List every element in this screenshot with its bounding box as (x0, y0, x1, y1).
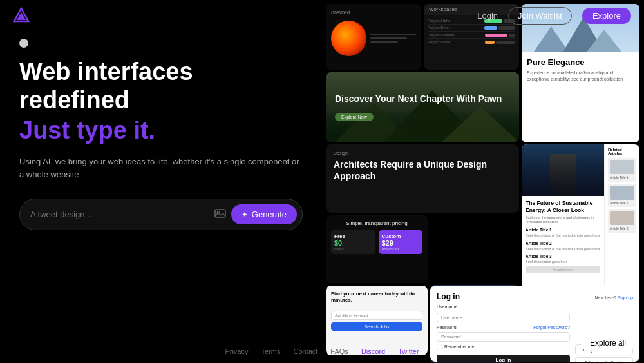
twitter-link[interactable]: Twitter (398, 348, 419, 355)
password-input[interactable] (437, 332, 570, 342)
password-label: Password (437, 325, 457, 329)
sustainable-ad: Advertisement (526, 266, 600, 273)
career-search-btn[interactable]: Search Jobs (331, 322, 422, 331)
generate-button[interactable]: ✦ Generate (231, 204, 297, 224)
hero-dot (19, 39, 28, 48)
forgot-password-link[interactable]: Forgot Password? (533, 325, 570, 329)
sustainable-subtitle: Exploring the innovations and challenges… (526, 215, 600, 224)
plan-free-label: Free (334, 233, 372, 239)
preview-panel: brewed Workspaces — Project Alpha (322, 0, 644, 363)
username-input[interactable] (437, 313, 570, 322)
footer: Privacy Terms Contact FAQs Discord Twitt… (225, 348, 419, 355)
logo (13, 7, 30, 24)
google-login-btn[interactable]: G Log in with Google (575, 357, 633, 362)
hero-section: Web interfaces redefined Just type it. U… (19, 39, 303, 230)
search-input[interactable] (30, 210, 209, 219)
hero-subtitle: Just type it. (19, 117, 303, 145)
pricing-title: Simple, transparent pricing (331, 221, 422, 226)
explore-button[interactable]: Explore (582, 8, 631, 24)
contact-link[interactable]: Contact (293, 348, 317, 355)
card-career: Find your next career today within minut… (326, 286, 428, 355)
spark-icon: ✦ (242, 210, 248, 219)
remember-checkbox[interactable] (437, 344, 442, 349)
explore-all-button[interactable]: Explore all (581, 335, 635, 351)
sustainable-article2-text: Brief description of the related article… (526, 247, 600, 251)
new-here-text: New here? Sign up (594, 295, 633, 300)
sustainable-article3-text: Brief description goes here (526, 260, 600, 264)
sustainable-aside-title: Related Articles (608, 148, 636, 155)
login-btn[interactable]: Log In (437, 355, 570, 362)
terms-link[interactable]: Terms (261, 348, 280, 355)
career-input[interactable] (331, 311, 422, 320)
hero-description: Using AI, we bring your web ideas to lif… (19, 155, 303, 181)
svg-rect-2 (215, 210, 225, 217)
discord-link[interactable]: Discord (361, 348, 385, 355)
join-waitlist-button[interactable]: Join Waitlist (508, 7, 572, 25)
sustainable-article3-title: Article Title 3 (526, 254, 600, 259)
sign-up-link[interactable]: Sign up (618, 295, 633, 300)
sustainable-title: The Future of Sustainable Energy: A Clos… (526, 200, 600, 214)
search-bar: ✦ Generate (19, 199, 303, 230)
remember-me-label: Remember me (444, 344, 474, 349)
discover-btn[interactable]: Explore Now (335, 113, 374, 121)
architects-title: Architects Require a Unique Design Appro… (334, 159, 511, 182)
login-link[interactable]: Login (477, 11, 498, 21)
discover-title: Discover Your Next Chapter With Pawn (335, 93, 510, 104)
pure-elegance-text: Experience unparalleled craftsmanship an… (527, 70, 634, 83)
card-architects: Design Architects Require a Unique Desig… (326, 144, 519, 213)
privacy-link[interactable]: Privacy (225, 348, 248, 355)
image-icon[interactable] (214, 208, 226, 222)
sustainable-article2-title: Article Title 2 (526, 241, 600, 246)
career-title: Find your next career today within minut… (331, 291, 422, 304)
nav: Login Join Waitlist Explore (477, 7, 631, 25)
architects-tag: Design (334, 151, 511, 155)
login-title: Log in (437, 292, 460, 301)
username-label: Username (437, 304, 570, 309)
card-pricing: Simple, transparent pricing Free $0 Basi… (326, 215, 428, 283)
sustainable-article1-title: Article Title 1 (526, 228, 600, 232)
hero-title: Web interfaces redefined (19, 58, 303, 114)
sustainable-article1-text: Brief description of the related article… (526, 233, 600, 238)
logo-icon (13, 7, 30, 24)
header: Login Join Waitlist Explore (0, 0, 644, 31)
card-discover: Discover Your Next Chapter With Pawn Exp… (326, 72, 519, 142)
faqs-link[interactable]: FAQs (330, 348, 348, 355)
pure-elegance-title: Pure Elegance (527, 57, 634, 67)
plan-custom-label: Custom (382, 233, 420, 239)
